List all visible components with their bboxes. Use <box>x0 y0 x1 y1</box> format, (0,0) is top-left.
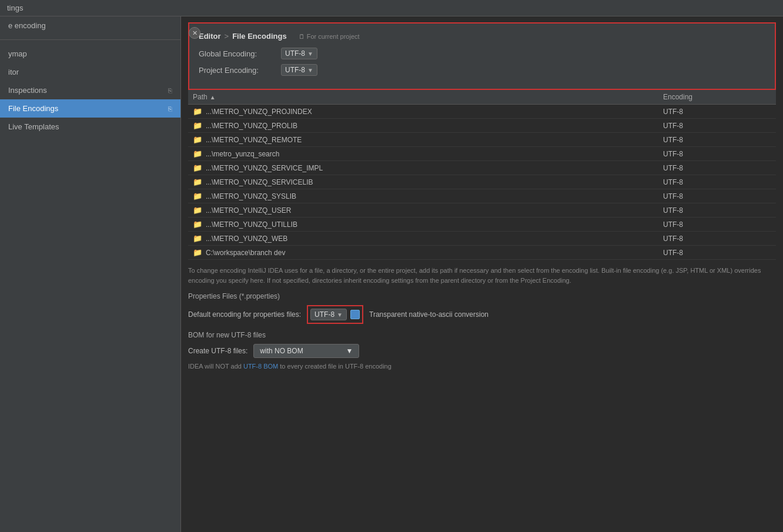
transparent-label: Transparent native-to-ascii conversion <box>369 310 488 319</box>
folder-icon: 📁 <box>193 220 202 229</box>
folder-icon: 📁 <box>193 178 202 186</box>
bom-create-label: Create UTF-8 files: <box>188 347 247 355</box>
properties-encoding-select[interactable]: UTF-8 ▼ <box>310 309 347 320</box>
dropdown-arrow-icon: ▼ <box>307 51 313 57</box>
sidebar-item-label: File Encodings <box>8 104 58 113</box>
main-layout: e encoding ymap itor Inspections ⎘ File … <box>0 16 783 532</box>
transparent-checkbox[interactable] <box>350 310 360 319</box>
sidebar-item-live-templates[interactable]: Live Templates <box>0 118 180 136</box>
global-encoding-select[interactable]: UTF-8 ▼ <box>281 48 317 59</box>
project-encoding-row: Project Encoding: UTF-8 ▼ <box>199 64 765 76</box>
encoding-cell: UTF-8 <box>658 108 776 116</box>
close-button[interactable]: ✕ <box>189 27 200 39</box>
table-row[interactable]: 📁 ...\METRO_YUNZQ_SERVICELIB UTF-8 <box>188 175 776 189</box>
project-encoding-value: UTF-8 <box>285 66 305 74</box>
sidebar-item-inspections[interactable]: Inspections ⎘ <box>0 81 180 99</box>
sidebar-item-file-encodings[interactable]: File Encodings ⎘ <box>0 99 180 118</box>
table-row[interactable]: 📁 ...\METRO_YUNZQ_SYSLIB UTF-8 <box>188 189 776 203</box>
bom-select[interactable]: with NO BOM ▼ <box>253 344 359 358</box>
sidebar-item-label: Live Templates <box>8 122 59 131</box>
table-rows-container: 📁 ...\METRO_YUNZQ_PROJINDEX UTF-8 📁 ...\… <box>188 105 776 260</box>
title-bar: tings <box>0 0 783 16</box>
bom-section-title: BOM for new UTF-8 files <box>188 331 776 339</box>
sidebar-item-label: Inspections <box>8 86 47 95</box>
current-project-label: 🗒 For current project <box>299 33 360 40</box>
sidebar-item-keymap[interactable]: ymap <box>0 45 180 63</box>
breadcrumb-file-encodings: File Encodings <box>232 32 286 41</box>
encoding-cell: UTF-8 <box>658 249 776 257</box>
folder-icon: 📁 <box>193 149 202 158</box>
folder-icon: 📁 <box>193 163 202 172</box>
path-cell: 📁 ...\METRO_YUNZQ_REMOTE <box>188 135 658 144</box>
sidebar-item-label: ymap <box>8 49 27 58</box>
table-row[interactable]: 📁 ...\METRO_YUNZQ_PROLIB UTF-8 <box>188 119 776 133</box>
encoding-cell: UTF-8 <box>658 136 776 144</box>
path-cell: 📁 ...\METRO_YUNZQ_SERVICE_IMPL <box>188 163 658 172</box>
folder-icon: 📁 <box>193 234 202 243</box>
sidebar: e encoding ymap itor Inspections ⎘ File … <box>0 16 181 532</box>
dropdown-arrow-icon-2: ▼ <box>307 67 313 73</box>
project-encoding-select[interactable]: UTF-8 ▼ <box>281 64 317 76</box>
folder-icon: 📁 <box>193 248 202 257</box>
props-encoding-value: UTF-8 <box>314 310 334 319</box>
folder-icon: 📁 <box>193 107 202 116</box>
sidebar-item-file-encoding[interactable]: e encoding <box>0 16 180 35</box>
encoding-cell: UTF-8 <box>658 192 776 200</box>
encoding-header-panel: ✕ Editor > File Encodings 🗒 For current … <box>188 22 776 90</box>
col-encoding-header: Encoding <box>658 93 776 101</box>
dropdown-arrow-icon-4: ▼ <box>346 347 353 355</box>
table-row[interactable]: 📁 ...\METRO_YUNZQ_REMOTE UTF-8 <box>188 133 776 147</box>
breadcrumb-editor: Editor <box>199 32 221 41</box>
properties-encoding-panel: UTF-8 ▼ <box>307 305 363 324</box>
bom-info-highlight: UTF-8 BOM <box>243 363 278 370</box>
sidebar-item-editor[interactable]: itor <box>0 63 180 81</box>
sort-arrow-icon: ▲ <box>210 94 216 101</box>
encoding-cell: UTF-8 <box>658 150 776 158</box>
table-row[interactable]: 📁 C:\workspace\branch dev UTF-8 <box>188 246 776 260</box>
dropdown-arrow-icon-3: ▼ <box>337 312 343 318</box>
encoding-cell: UTF-8 <box>658 235 776 243</box>
folder-icon: 📁 <box>193 135 202 144</box>
table-row[interactable]: 📁 ...\metro_yunzq_search UTF-8 <box>188 147 776 161</box>
copy-icon: ⎘ <box>168 87 172 94</box>
bom-row: Create UTF-8 files: with NO BOM ▼ <box>188 344 776 358</box>
folder-icon: 📁 <box>193 192 202 200</box>
path-cell: 📁 ...\METRO_YUNZQ_PROJINDEX <box>188 107 658 116</box>
table-header: Path ▲ Encoding <box>188 90 776 105</box>
info-text-content: To change encoding IntelliJ IDEA uses fo… <box>188 267 761 284</box>
encoding-cell: UTF-8 <box>658 164 776 172</box>
path-cell: 📁 ...\METRO_YUNZQ_PROLIB <box>188 121 658 130</box>
table-row[interactable]: 📁 ...\METRO_YUNZQ_UTILLIB UTF-8 <box>188 218 776 232</box>
info-text: To change encoding IntelliJ IDEA uses fo… <box>188 266 776 285</box>
title-text: tings <box>7 4 23 12</box>
content-area: ✕ Editor > File Encodings 🗒 For current … <box>181 16 783 532</box>
path-cell: 📁 ...\metro_yunzq_search <box>188 149 658 158</box>
global-encoding-value: UTF-8 <box>285 49 305 58</box>
breadcrumb-separator: > <box>225 32 229 41</box>
global-encoding-row: Global Encoding: UTF-8 ▼ <box>199 48 765 59</box>
project-encoding-label: Project Encoding: <box>199 66 281 75</box>
col-path-header[interactable]: Path ▲ <box>188 93 658 101</box>
encoding-cell: UTF-8 <box>658 206 776 215</box>
bom-info: IDEA will NOT add UTF-8 BOM to every cre… <box>188 363 776 370</box>
sidebar-item-label: e encoding <box>8 21 46 30</box>
copy-icon-active: ⎘ <box>168 105 172 112</box>
breadcrumb: Editor > File Encodings 🗒 For current pr… <box>199 32 765 41</box>
path-cell: 📁 C:\workspace\branch dev <box>188 248 658 257</box>
encoding-cell: UTF-8 <box>658 122 776 130</box>
table-row[interactable]: 📁 ...\METRO_YUNZQ_WEB UTF-8 <box>188 232 776 246</box>
sidebar-item-label: itor <box>8 68 19 76</box>
path-cell: 📁 ...\METRO_YUNZQ_SERVICELIB <box>188 178 658 186</box>
bom-select-value: with NO BOM <box>260 347 303 355</box>
bom-info-suffix: to every created file in UTF-8 encoding <box>278 363 392 370</box>
table-row[interactable]: 📁 ...\METRO_YUNZQ_SERVICE_IMPL UTF-8 <box>188 161 776 175</box>
bom-section: BOM for new UTF-8 files Create UTF-8 fil… <box>188 331 776 370</box>
path-cell: 📁 ...\METRO_YUNZQ_SYSLIB <box>188 192 658 200</box>
encoding-cell: UTF-8 <box>658 178 776 186</box>
table-row[interactable]: 📁 ...\METRO_YUNZQ_USER UTF-8 <box>188 203 776 218</box>
global-encoding-label: Global Encoding: <box>199 49 281 58</box>
folder-icon: 📁 <box>193 121 202 130</box>
table-row[interactable]: 📁 ...\METRO_YUNZQ_PROJINDEX UTF-8 <box>188 105 776 119</box>
encoding-cell: UTF-8 <box>658 220 776 229</box>
path-cell: 📁 ...\METRO_YUNZQ_UTILLIB <box>188 220 658 229</box>
